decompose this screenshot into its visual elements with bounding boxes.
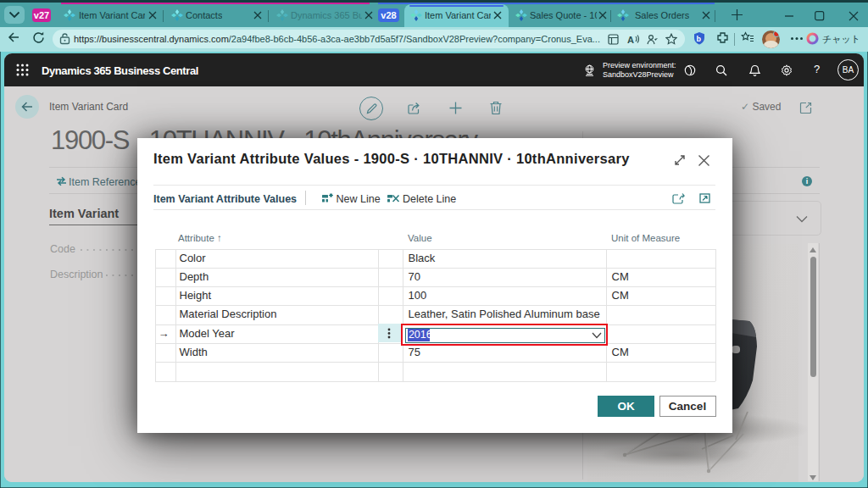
svg-text:A: A	[627, 35, 634, 45]
svg-text:b: b	[697, 35, 702, 43]
